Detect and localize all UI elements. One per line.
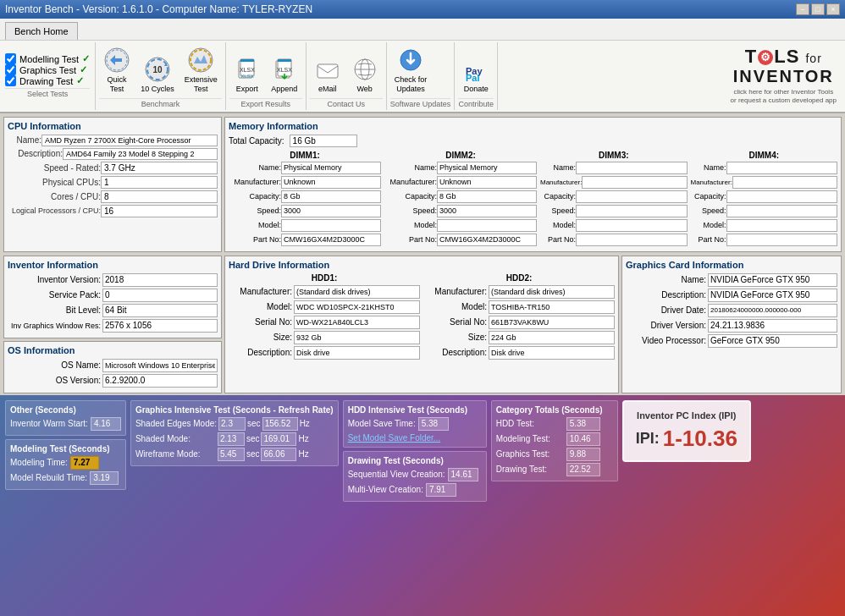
inv-bit-value[interactable]	[102, 304, 218, 317]
dimm1-mfr-value[interactable]	[281, 176, 381, 189]
hdd2-model-value[interactable]	[489, 300, 615, 314]
cpu-cores-value[interactable]	[101, 190, 218, 203]
gpu-vidproc-value[interactable]	[708, 334, 837, 348]
drawing-test-row[interactable]: Drawing Test ✓	[5, 75, 90, 86]
dimm1-model-value[interactable]	[281, 219, 381, 232]
dimm4-partno-value[interactable]	[726, 234, 838, 246]
cpu-desc-value[interactable]	[63, 148, 218, 160]
inv-warmstart-value[interactable]	[91, 417, 121, 431]
shaded-hz[interactable]	[261, 432, 296, 446]
os-name-value[interactable]	[102, 359, 218, 372]
dimm2-name-value[interactable]	[437, 162, 537, 174]
hdd2-desc-value[interactable]	[489, 346, 615, 360]
model-rebuild-value[interactable]	[90, 471, 119, 485]
modeling-time-value[interactable]	[70, 456, 99, 470]
graphics-test-value[interactable]	[566, 448, 600, 461]
dimm4-speed-value[interactable]	[726, 205, 838, 217]
hdd2-size-value[interactable]	[489, 331, 615, 344]
cpu-name-value[interactable]	[41, 135, 218, 146]
wireframe-hz[interactable]	[261, 448, 296, 461]
gpu-driverdate-value[interactable]	[708, 304, 837, 317]
dimm4-cap-value[interactable]	[726, 190, 838, 203]
shaded-edges-sec[interactable]	[218, 417, 246, 431]
seq-view-label: Sequential View Creation:	[348, 470, 445, 479]
dimm2-speed-value[interactable]	[437, 205, 537, 217]
hdd1-serial-value[interactable]	[294, 316, 420, 329]
cpu-logical-value[interactable]	[101, 205, 218, 217]
dimm4-mfr-value[interactable]	[732, 176, 837, 189]
dimm1-name-value[interactable]	[281, 162, 381, 174]
shaded-edges-hz[interactable]	[262, 417, 298, 431]
maximize-button[interactable]: □	[811, 3, 825, 15]
bench-home-tab[interactable]: Bench Home	[5, 22, 78, 40]
dimm2-model-value[interactable]	[437, 219, 537, 232]
gpu-name-row: Name:	[626, 273, 837, 287]
seq-view-value[interactable]	[448, 468, 478, 481]
model-save-value[interactable]	[418, 417, 449, 431]
export-results-group: XLSX XLSX Export XLSX	[226, 42, 307, 110]
web-button[interactable]: Web	[347, 53, 383, 96]
hdd2-serial-value[interactable]	[489, 316, 615, 329]
dimm1-cap-value[interactable]	[281, 190, 381, 203]
dimm1-speed-value[interactable]	[281, 205, 381, 217]
gpu-desc-value[interactable]	[708, 289, 837, 302]
donate-button[interactable]: Pay Pal Donate	[458, 53, 494, 96]
drawing-test-checkbox[interactable]	[5, 75, 16, 86]
modelling-test-checkbox[interactable]	[5, 53, 16, 64]
dimm3-name-value[interactable]	[576, 162, 688, 174]
hdd2-mfr-value[interactable]	[489, 285, 615, 299]
modelling-test-row[interactable]: Modelling Test ✓	[5, 53, 90, 64]
close-button[interactable]: ×	[826, 3, 840, 15]
inv-version-value[interactable]	[102, 273, 218, 287]
dimm4-name-value[interactable]	[726, 162, 838, 174]
quick-test-button[interactable]: QuickTest	[99, 44, 135, 96]
graphics-test-checkbox[interactable]	[5, 64, 16, 75]
dimm3-partno-value[interactable]	[576, 234, 688, 246]
total-capacity-value[interactable]	[290, 135, 357, 147]
shaded-sec-unit: sec	[246, 434, 260, 443]
wireframe-sec[interactable]	[218, 448, 245, 461]
set-folder-row[interactable]: Set Model Save Folder...	[348, 433, 482, 443]
logo-area[interactable]: T⚙LS for INVENTOR click here for other I…	[722, 42, 845, 110]
dimm3-speed-value[interactable]	[576, 205, 688, 217]
modeling-test-value[interactable]	[566, 432, 600, 446]
email-button[interactable]: eMail	[310, 53, 345, 96]
ipi-box: Inventor PC Index (IPI) IPI: 1-10.36	[622, 400, 751, 462]
cpu-physical-value[interactable]	[101, 176, 218, 189]
dimm2-mfr-value[interactable]	[437, 176, 537, 189]
dimm3-model-label: Model:	[540, 221, 576, 229]
gpu-driverversion-value[interactable]	[708, 319, 837, 333]
dimm4-model-value[interactable]	[726, 219, 838, 232]
hdd1-size-label: Size:	[229, 333, 292, 342]
hdd-test-value[interactable]	[566, 417, 600, 431]
app-title: Inventor Bench - Version: 1.6.1.0 - Comp…	[5, 3, 312, 15]
os-version-value[interactable]	[102, 374, 218, 388]
minimize-button[interactable]: −	[796, 3, 809, 15]
inv-gfxres-value[interactable]	[102, 319, 218, 333]
hdd1-desc-value[interactable]	[294, 346, 420, 360]
append-button[interactable]: XLSX Append	[267, 53, 302, 96]
inv-sp-value[interactable]	[102, 289, 218, 302]
export-button[interactable]: XLSX XLSX Export	[229, 53, 265, 96]
drawing-test-value[interactable]	[566, 463, 600, 476]
shaded-sec[interactable]	[218, 432, 245, 446]
graphics-test-row[interactable]: Graphics Test ✓	[5, 64, 90, 75]
dimm3-cap-value[interactable]	[576, 190, 688, 203]
ten-cycles-button[interactable]: 10 10 Cycles	[136, 53, 179, 96]
memory-panel-title: Memory Information	[229, 121, 837, 131]
dimm2-cap-value[interactable]	[437, 190, 537, 203]
cpu-speed-value[interactable]	[101, 162, 218, 174]
gpu-name-value[interactable]	[708, 273, 837, 287]
dimm3-model-value[interactable]	[576, 219, 688, 232]
set-folder-link[interactable]: Set Model Save Folder...	[348, 433, 441, 443]
check-updates-button[interactable]: Check forUpdates	[390, 44, 432, 96]
svg-text:XLSX: XLSX	[240, 67, 255, 73]
hdd1-model-value[interactable]	[294, 300, 420, 314]
hdd1-size-value[interactable]	[294, 331, 420, 344]
extensive-test-button[interactable]: ExtensiveTest	[180, 44, 222, 96]
dimm2-partno-value[interactable]	[437, 234, 537, 246]
dimm1-partno-value[interactable]	[281, 234, 381, 246]
multi-view-value[interactable]	[426, 483, 456, 497]
dimm3-mfr-value[interactable]	[582, 176, 687, 189]
hdd1-mfr-value[interactable]	[294, 285, 420, 299]
